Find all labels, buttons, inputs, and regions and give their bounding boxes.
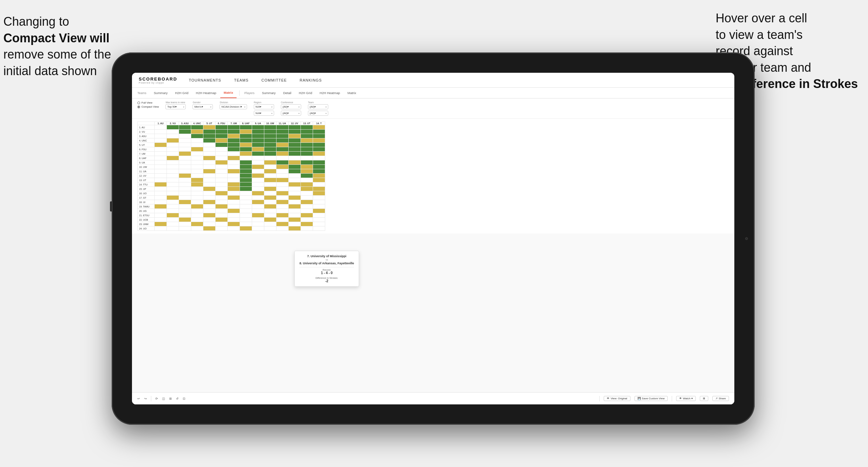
matrix-cell[interactable]: [313, 204, 325, 209]
matrix-cell[interactable]: [276, 169, 289, 174]
matrix-cell[interactable]: [313, 160, 325, 165]
filter-team-select2[interactable]: (All)▾: [308, 111, 328, 116]
matrix-cell[interactable]: [264, 169, 276, 174]
matrix-cell[interactable]: [167, 200, 179, 204]
matrix-cell[interactable]: [252, 213, 264, 218]
matrix-cell[interactable]: [289, 130, 301, 134]
matrix-cell[interactable]: [240, 169, 252, 174]
matrix-cell[interactable]: [228, 187, 240, 191]
matrix-cell[interactable]: [264, 152, 276, 156]
matrix-cell[interactable]: [276, 222, 289, 226]
matrix-cell[interactable]: [264, 187, 276, 191]
matrix-cell[interactable]: [155, 134, 167, 138]
matrix-cell[interactable]: [252, 134, 264, 138]
matrix-cell[interactable]: [155, 178, 167, 182]
matrix-cell[interactable]: [216, 196, 228, 200]
matrix-cell[interactable]: [301, 169, 313, 174]
matrix-cell[interactable]: [264, 200, 276, 204]
matrix-cell[interactable]: [203, 125, 216, 130]
matrix-cell[interactable]: [313, 178, 325, 182]
matrix-cell[interactable]: [301, 156, 313, 160]
matrix-cell[interactable]: [301, 138, 313, 143]
matrix-cell[interactable]: [276, 134, 289, 138]
matrix-cell[interactable]: [179, 130, 191, 134]
matrix-cell[interactable]: [289, 191, 301, 196]
matrix-cell[interactable]: [264, 213, 276, 218]
matrix-cell[interactable]: [216, 147, 228, 152]
matrix-cell[interactable]: [240, 160, 252, 165]
matrix-cell[interactable]: [155, 209, 167, 213]
filter-team-select1[interactable]: (All)▾: [308, 104, 328, 109]
matrix-cell[interactable]: [179, 213, 191, 218]
matrix-cell[interactable]: [228, 182, 240, 187]
matrix-cell[interactable]: [216, 125, 228, 130]
matrix-cell[interactable]: [240, 147, 252, 152]
matrix-cell[interactable]: [155, 165, 167, 169]
matrix-cell[interactable]: [191, 178, 203, 182]
matrix-cell[interactable]: [289, 213, 301, 218]
matrix-cell[interactable]: [228, 200, 240, 204]
matrix-cell[interactable]: [216, 160, 228, 165]
matrix-cell[interactable]: [216, 182, 228, 187]
matrix-cell[interactable]: [203, 222, 216, 226]
matrix-cell[interactable]: [155, 187, 167, 191]
matrix-cell[interactable]: [179, 187, 191, 191]
matrix-cell[interactable]: [301, 125, 313, 130]
matrix-cell[interactable]: [252, 196, 264, 200]
matrix-cell[interactable]: [313, 182, 325, 187]
matrix-cell[interactable]: [301, 182, 313, 187]
matrix-cell[interactable]: [264, 218, 276, 222]
matrix-cell[interactable]: [179, 143, 191, 147]
matrix-cell[interactable]: [289, 125, 301, 130]
matrix-cell[interactable]: [289, 147, 301, 152]
matrix-cell[interactable]: [252, 147, 264, 152]
matrix-cell[interactable]: [301, 178, 313, 182]
matrix-cell[interactable]: [167, 196, 179, 200]
toolbar-save-custom[interactable]: 💾 Save Custom View: [635, 396, 668, 401]
matrix-cell[interactable]: [191, 152, 203, 156]
matrix-cell[interactable]: [203, 174, 216, 178]
matrix-cell[interactable]: [240, 152, 252, 156]
matrix-cell[interactable]: [313, 125, 325, 130]
matrix-cell[interactable]: [240, 226, 252, 231]
matrix-cell[interactable]: [301, 143, 313, 147]
matrix-cell[interactable]: [313, 143, 325, 147]
matrix-cell[interactable]: [289, 178, 301, 182]
matrix-cell[interactable]: [252, 200, 264, 204]
matrix-cell[interactable]: [216, 134, 228, 138]
matrix-cell[interactable]: [179, 191, 191, 196]
matrix-cell[interactable]: [313, 147, 325, 152]
matrix-cell[interactable]: [155, 147, 167, 152]
matrix-cell[interactable]: [228, 143, 240, 147]
matrix-cell[interactable]: [289, 165, 301, 169]
matrix-cell[interactable]: [276, 138, 289, 143]
matrix-cell[interactable]: [289, 204, 301, 209]
matrix-cell[interactable]: [289, 196, 301, 200]
matrix-cell[interactable]: [252, 160, 264, 165]
matrix-cell[interactable]: [289, 143, 301, 147]
filter-region-select2[interactable]: N/A▾: [254, 111, 274, 116]
tab-players-detail[interactable]: Detail: [280, 88, 295, 98]
matrix-cell[interactable]: [240, 130, 252, 134]
matrix-cell[interactable]: [264, 222, 276, 226]
matrix-cell[interactable]: [167, 213, 179, 218]
tab-players-matrix[interactable]: Matrix: [344, 88, 360, 98]
matrix-cell[interactable]: [313, 213, 325, 218]
matrix-cell[interactable]: [203, 204, 216, 209]
matrix-cell[interactable]: [228, 222, 240, 226]
matrix-cell[interactable]: [203, 156, 216, 160]
matrix-cell[interactable]: [228, 209, 240, 213]
matrix-cell[interactable]: [179, 209, 191, 213]
matrix-cell[interactable]: [216, 156, 228, 160]
matrix-cell[interactable]: [276, 200, 289, 204]
radio-compact-view[interactable]: Compact View: [137, 105, 159, 108]
matrix-cell[interactable]: [155, 222, 167, 226]
matrix-cell[interactable]: [179, 204, 191, 209]
matrix-cell[interactable]: [216, 169, 228, 174]
matrix-cell[interactable]: [179, 174, 191, 178]
matrix-cell[interactable]: [301, 218, 313, 222]
matrix-cell[interactable]: [301, 213, 313, 218]
matrix-cell[interactable]: [313, 218, 325, 222]
matrix-cell[interactable]: [264, 178, 276, 182]
matrix-cell[interactable]: [276, 160, 289, 165]
